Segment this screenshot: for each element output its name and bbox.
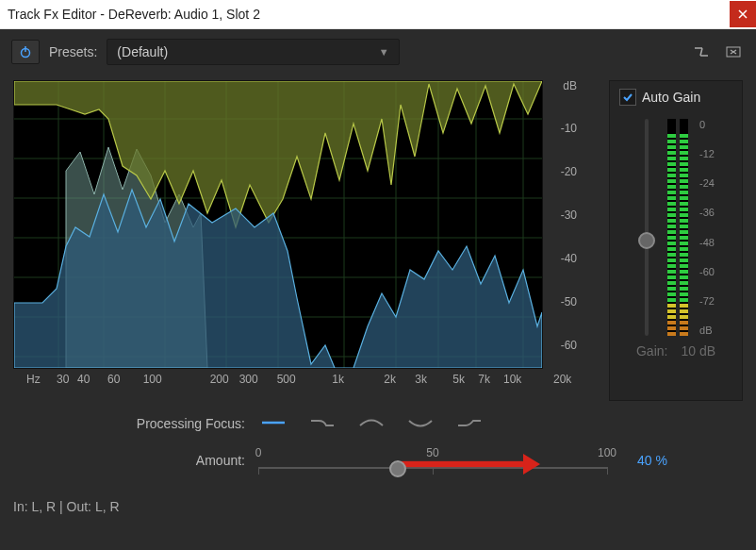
xtick: 100 bbox=[143, 373, 162, 386]
meter-bar-left bbox=[667, 119, 676, 336]
close-icon bbox=[738, 9, 748, 19]
xtick: 1k bbox=[332, 373, 344, 386]
output-meter bbox=[667, 119, 688, 336]
main-area: dB -10 -20 -30 -40 -50 -60 Hz 30 40 60 1… bbox=[0, 73, 756, 401]
xtick: 200 bbox=[210, 373, 229, 386]
focus-flat-button[interactable] bbox=[258, 414, 288, 433]
curve-lowshelf-icon bbox=[309, 417, 336, 428]
preset-selected: (Default) bbox=[117, 44, 168, 59]
ytick: -60 bbox=[561, 339, 583, 352]
curve-bell-icon bbox=[358, 417, 385, 428]
amount-min: 0 bbox=[255, 446, 262, 459]
ytick: -50 bbox=[561, 295, 583, 308]
curve-highshelf-icon bbox=[456, 417, 483, 428]
meter-tick: -36 bbox=[699, 207, 715, 218]
spectrum-graph-wrap: dB -10 -20 -30 -40 -50 -60 bbox=[13, 80, 596, 369]
meter-tick: -24 bbox=[699, 177, 715, 189]
controls-area: Processing Focus: Amount bbox=[0, 401, 756, 495]
ytick: -20 bbox=[561, 165, 583, 178]
xtick: 3k bbox=[415, 373, 427, 386]
power-icon bbox=[19, 45, 32, 58]
meter-tick: -60 bbox=[699, 266, 715, 277]
spectrum-graph[interactable] bbox=[13, 80, 543, 369]
graph-y-axis: dB -10 -20 -30 -40 -50 -60 bbox=[543, 80, 583, 369]
plugin-topbar: Presets: (Default) ▼ bbox=[0, 29, 756, 73]
meter-tick: -48 bbox=[699, 237, 715, 248]
annotation-arrow bbox=[402, 461, 524, 467]
meter-bar-right bbox=[680, 119, 688, 336]
x-unit: Hz bbox=[26, 373, 41, 388]
xtick: 60 bbox=[107, 373, 120, 386]
io-status: In: L, R | Out: L, R bbox=[0, 495, 756, 524]
amount-max: 100 bbox=[598, 446, 616, 459]
window-title: Track Fx Editor - DeReverb: Audio 1, Slo… bbox=[8, 7, 260, 22]
delete-icon bbox=[726, 45, 741, 58]
y-unit: dB bbox=[563, 79, 583, 92]
auto-gain-checkbox[interactable] bbox=[619, 89, 636, 106]
xtick: 20k bbox=[553, 373, 571, 386]
xtick: 7k bbox=[478, 373, 490, 386]
close-button[interactable] bbox=[730, 1, 756, 27]
meter-tick: 0 bbox=[699, 119, 715, 130]
plugin-panel: Presets: (Default) ▼ bbox=[0, 29, 756, 550]
ytick: -10 bbox=[561, 122, 583, 135]
window-titlebar: Track Fx Editor - DeReverb: Audio 1, Slo… bbox=[0, 0, 756, 29]
ytick: -30 bbox=[561, 208, 583, 222]
gain-panel: Auto Gain 0 -12 -24 -36 -48 -60 bbox=[609, 80, 743, 401]
presets-label: Presets: bbox=[49, 44, 97, 59]
spectrum-svg bbox=[14, 81, 542, 368]
meter-tick: dB bbox=[699, 325, 715, 336]
amount-slider-knob[interactable] bbox=[389, 460, 406, 477]
meter-tick: -12 bbox=[699, 148, 715, 159]
focus-notch-button[interactable] bbox=[405, 414, 436, 431]
delete-preset-button[interactable] bbox=[722, 41, 745, 63]
preset-dropdown[interactable]: (Default) ▼ bbox=[107, 39, 399, 65]
check-icon bbox=[622, 92, 633, 103]
xtick: 10k bbox=[503, 373, 521, 386]
gain-label: Gain: bbox=[636, 343, 667, 358]
auto-gain-label: Auto Gain bbox=[642, 90, 700, 105]
meter-tick: -72 bbox=[699, 295, 715, 307]
annotation-arrow-head bbox=[523, 454, 540, 475]
amount-label: Amount: bbox=[113, 453, 245, 468]
ytick: -40 bbox=[561, 252, 583, 265]
chevron-down-icon: ▼ bbox=[379, 46, 389, 58]
focus-lowshelf-button[interactable] bbox=[307, 414, 337, 431]
gain-slider-knob[interactable] bbox=[638, 232, 655, 249]
graph-x-axis: Hz 30 40 60 100 200 300 500 1k 2k 3k 5k … bbox=[13, 369, 596, 388]
xtick: 500 bbox=[277, 373, 296, 386]
gain-value[interactable]: 10 dB bbox=[681, 343, 715, 358]
amount-mid: 50 bbox=[426, 446, 438, 459]
curve-notch-icon bbox=[407, 417, 434, 428]
amount-slider[interactable]: 0 50 100 bbox=[258, 446, 607, 475]
power-button[interactable] bbox=[11, 40, 40, 64]
xtick: 40 bbox=[77, 373, 90, 386]
meter-scale: 0 -12 -24 -36 -48 -60 -72 dB bbox=[699, 119, 715, 336]
amount-readout[interactable]: 40 % bbox=[637, 453, 667, 468]
xtick: 5k bbox=[452, 373, 465, 386]
xtick: 2k bbox=[384, 373, 396, 386]
route-icon bbox=[694, 45, 709, 58]
focus-bell-button[interactable] bbox=[356, 414, 386, 431]
xtick: 300 bbox=[239, 373, 258, 386]
xtick: 30 bbox=[57, 373, 69, 386]
route-icon-button[interactable] bbox=[690, 41, 713, 63]
focus-highshelf-button[interactable] bbox=[454, 414, 485, 431]
gain-slider[interactable] bbox=[637, 119, 656, 336]
focus-label: Processing Focus: bbox=[113, 416, 245, 431]
curve-flat-icon bbox=[260, 417, 287, 428]
